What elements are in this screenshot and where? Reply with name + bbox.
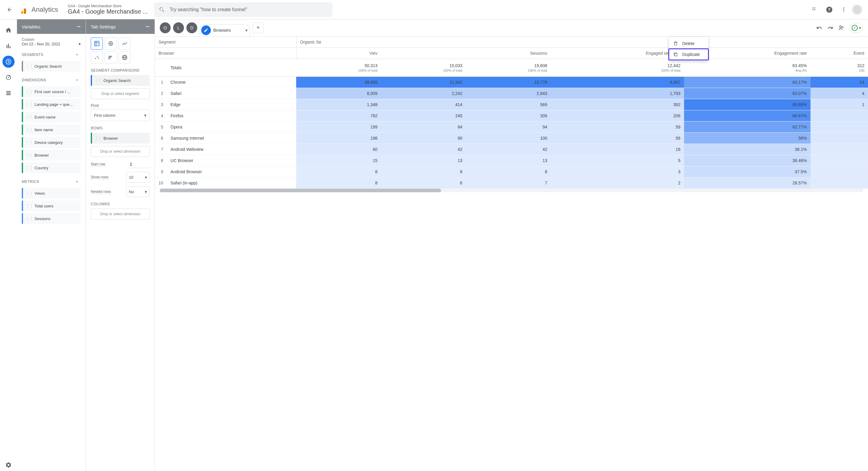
- rows-title: ROWS: [91, 126, 102, 130]
- col-event[interactable]: Event: [810, 48, 868, 59]
- variables-panel: Variables − Custom Oct 22 - Nov 20, 2022…: [17, 19, 86, 471]
- check-icon: ✓: [852, 25, 858, 31]
- tab-pill[interactable]: O: [160, 22, 170, 33]
- viz-bar[interactable]: [105, 52, 117, 64]
- dimension-chip[interactable]: ⋮⋮Landing page + que...: [22, 99, 81, 110]
- dimension-chip[interactable]: ⋮⋮First user source / ...: [22, 86, 81, 97]
- back-button[interactable]: [2, 2, 17, 17]
- table-row[interactable]: 9Android Browser888337.5%: [155, 166, 868, 177]
- svg-rect-30: [675, 54, 677, 56]
- tab-dropdown-icon[interactable]: ▾: [245, 28, 247, 33]
- segment-comparison-chip[interactable]: ⋮⋮Organic Search: [91, 75, 150, 86]
- add-dimension-button[interactable]: +: [73, 76, 81, 84]
- svg-rect-25: [108, 58, 110, 59]
- viz-geo[interactable]: [119, 52, 131, 64]
- table-row[interactable]: 7Android Webview6042421638.1%: [155, 144, 868, 155]
- table-row[interactable]: 6Samsung Internet196901005656%: [155, 133, 868, 144]
- apps-button[interactable]: [809, 4, 821, 16]
- undo-button[interactable]: [816, 25, 822, 31]
- show-rows-select[interactable]: 10▾: [126, 172, 150, 182]
- svg-rect-12: [6, 91, 11, 92]
- chevron-down-icon: ▾: [144, 113, 147, 117]
- redo-button[interactable]: [827, 25, 833, 31]
- metric-chip[interactable]: ⋮⋮Total users: [22, 200, 81, 211]
- svg-point-0: [813, 7, 813, 8]
- viz-donut[interactable]: [105, 37, 117, 49]
- dimension-chip[interactable]: ⋮⋮Browser: [22, 149, 81, 161]
- browser-header[interactable]: Browser: [155, 48, 296, 59]
- col-engaged[interactable]: Engaged sessions: [551, 48, 684, 59]
- nav-reports[interactable]: [2, 40, 14, 52]
- pivot-select[interactable]: First column▾: [91, 109, 150, 121]
- nav-explore[interactable]: [2, 56, 14, 68]
- variables-collapse[interactable]: −: [76, 23, 81, 30]
- col-sessions[interactable]: Sessions: [466, 48, 551, 59]
- col-views[interactable]: Viev: [296, 48, 381, 59]
- nav-admin[interactable]: [2, 459, 14, 471]
- left-nav: [0, 19, 17, 471]
- date-range-selector[interactable]: Custom Oct 22 - Nov 20, 2022 ▾: [22, 37, 81, 46]
- date-label: Custom: [22, 37, 81, 42]
- tab-settings-collapse[interactable]: −: [146, 23, 150, 30]
- user-avatar[interactable]: [852, 5, 862, 14]
- table-row[interactable]: 5Opera19984945962.77%: [155, 122, 868, 133]
- status-chip[interactable]: ✓ ▾: [849, 23, 863, 33]
- analytics-logo[interactable]: Analytics: [17, 5, 62, 14]
- svg-text:?: ?: [828, 7, 831, 12]
- viz-table[interactable]: [91, 37, 103, 49]
- table-row[interactable]: 4Firefox78224530920666.67%: [155, 110, 868, 122]
- nested-rows-select[interactable]: No▾: [126, 186, 150, 197]
- segment-chip[interactable]: ⋮⋮Organic Search: [22, 61, 81, 72]
- table-row[interactable]: 1Chrome39,66911,94215,7789,96763.17%24: [155, 77, 868, 88]
- app-name: Analytics: [31, 6, 58, 13]
- rows-chip[interactable]: ⋮⋮Browser: [91, 133, 150, 144]
- table-row[interactable]: 10Safari (in-app)867228.57%: [155, 177, 868, 189]
- svg-point-18: [108, 41, 113, 45]
- nav-configure[interactable]: [2, 87, 14, 99]
- table-row[interactable]: 8UC Browser151313538.46%: [155, 155, 868, 166]
- copy-icon: [673, 52, 679, 57]
- drop-segment-zone[interactable]: Drop or select segment: [91, 88, 150, 99]
- start-row-input[interactable]: [129, 161, 150, 168]
- menu-duplicate[interactable]: Duplicate: [669, 49, 708, 60]
- visualization-picker: [91, 37, 150, 64]
- search-icon: [159, 7, 165, 13]
- drop-row-dimension-zone[interactable]: Drop or select dimension: [91, 146, 150, 157]
- nav-home[interactable]: [2, 24, 14, 36]
- metric-chip[interactable]: ⋮⋮Views: [22, 188, 81, 199]
- search-box[interactable]: Try searching "how to create funnel": [154, 2, 333, 17]
- dimension-chip[interactable]: ⋮⋮Country: [22, 162, 81, 173]
- nav-advertising[interactable]: [2, 71, 14, 83]
- dimension-chip[interactable]: ⋮⋮Device category: [22, 137, 81, 148]
- viz-line[interactable]: [119, 37, 131, 49]
- tab-pill[interactable]: L: [173, 22, 184, 33]
- more-button[interactable]: [838, 4, 850, 16]
- add-metric-button[interactable]: +: [73, 178, 81, 185]
- seg-comp-title: SEGMENT COMPARISONS: [91, 68, 140, 73]
- menu-delete[interactable]: Delete: [669, 38, 708, 49]
- tab-pill[interactable]: D: [186, 22, 197, 33]
- property-selector[interactable]: GA4 - Google Merchandise Store GA4 - Goo…: [68, 4, 148, 15]
- svg-point-7: [843, 9, 844, 10]
- svg-rect-13: [6, 93, 11, 94]
- table-row[interactable]: 3Edge1,34841456939268.89%1: [155, 99, 868, 110]
- variables-title: Variables: [22, 24, 40, 29]
- dimension-chip[interactable]: ⋮⋮Event name: [22, 111, 81, 123]
- drop-column-dimension-zone[interactable]: Drop or select dimension: [91, 209, 150, 220]
- share-button[interactable]: [838, 25, 845, 31]
- totals-label: Totals: [167, 59, 297, 77]
- viz-scatter[interactable]: [91, 52, 103, 64]
- table-row[interactable]: 2Safari8,0092,2422,8431,79363.07%4: [155, 88, 868, 99]
- help-button[interactable]: ?: [823, 4, 835, 16]
- pivot-label: Pivot: [91, 103, 99, 108]
- add-segment-button[interactable]: +: [73, 51, 81, 58]
- horizontal-scrollbar[interactable]: [160, 189, 863, 192]
- show-rows-label: Show rows: [91, 175, 108, 179]
- dimension-chip[interactable]: ⋮⋮Item name: [22, 124, 81, 135]
- metric-chip[interactable]: ⋮⋮Sessions: [22, 213, 81, 224]
- active-tab[interactable]: Browsers ▾: [200, 24, 250, 36]
- segment-value-header: Organic Se: [296, 37, 868, 48]
- start-row-label: Start row: [91, 162, 105, 167]
- add-tab-button[interactable]: +: [253, 22, 264, 33]
- svg-point-8: [843, 11, 844, 12]
